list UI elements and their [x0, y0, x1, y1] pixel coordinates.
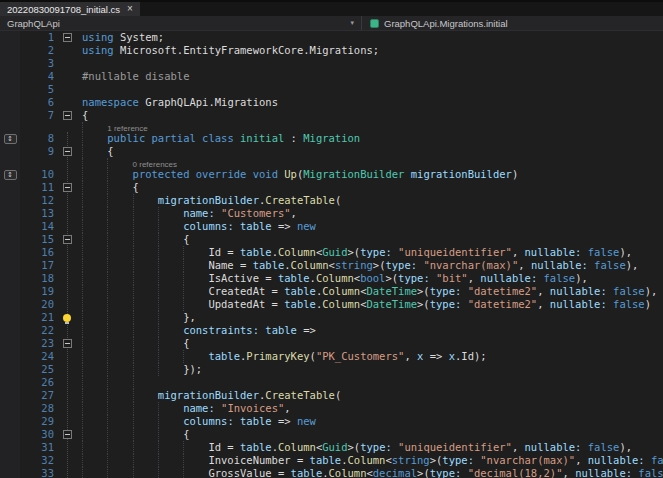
- code-token: {: [183, 337, 189, 349]
- indent-guide: [158, 402, 183, 415]
- code-token: ): [512, 168, 518, 180]
- line-number: 21: [20, 311, 58, 324]
- code-token: type:: [442, 454, 474, 466]
- indent-guide: [183, 285, 208, 298]
- code-line[interactable]: 22constraints: table =>: [0, 324, 663, 337]
- indicator-margin: [0, 233, 20, 246]
- line-number: 24: [20, 350, 58, 363]
- code-line[interactable]: 4#nullable disable: [0, 70, 663, 83]
- code-token: GrossValue =: [208, 467, 290, 478]
- code-token: Column: [278, 246, 316, 258]
- indicator-margin: [0, 454, 20, 467]
- indent-guide: [133, 350, 158, 363]
- code-token: table: [259, 324, 297, 336]
- indent-guide: [82, 337, 107, 350]
- code-token: false: [607, 285, 645, 297]
- fold-toggle-icon[interactable]: [63, 339, 72, 348]
- code-line[interactable]: 24table.PrimaryKey("PK_Customers", x => …: [0, 350, 663, 363]
- lightbulb-icon[interactable]: [63, 314, 71, 322]
- close-icon[interactable]: ×: [127, 4, 133, 14]
- fold-toggle-icon[interactable]: [63, 430, 72, 439]
- indent-guide: [82, 220, 107, 233]
- code-token: using: [82, 31, 114, 43]
- indent-guide: [158, 272, 183, 285]
- code-token: System;: [114, 31, 165, 43]
- indent-guide: [133, 285, 158, 298]
- code-text: UpdatedAt = table.Column<DateTime>(type:…: [76, 298, 663, 311]
- indent-guide: [82, 298, 107, 311]
- fold-toggle-icon[interactable]: [63, 33, 72, 42]
- indicator-margin: [0, 96, 20, 109]
- line-number: 26: [20, 376, 58, 389]
- code-line[interactable]: 33GrossValue = table.Column<decimal>(typ…: [0, 467, 663, 478]
- code-line[interactable]: 32InvoiceNumber = table.Column<string>(t…: [0, 454, 663, 467]
- line-number: 10: [20, 168, 58, 181]
- project-dropdown[interactable]: GraphQLApi ▾: [0, 16, 362, 30]
- code-token: =>: [272, 220, 297, 232]
- code-line[interactable]: 31Id = table.Column<Guid>(type: "uniquei…: [0, 441, 663, 454]
- code-line[interactable]: 3: [0, 57, 663, 70]
- code-line[interactable]: 9{: [0, 145, 663, 158]
- code-line[interactable]: 23{: [0, 337, 663, 350]
- code-token: ,: [284, 402, 290, 414]
- code-token: #nullable disable: [82, 70, 189, 82]
- fold-toggle-icon[interactable]: [63, 183, 72, 192]
- indent-guide: [133, 389, 158, 402]
- indent-guide: [82, 246, 107, 259]
- code-line[interactable]: 26: [0, 376, 663, 389]
- codelens-row[interactable]: 0 references: [0, 158, 663, 168]
- code-text: Name = table.Column<string>(type: "nvarc…: [76, 259, 663, 272]
- code-line[interactable]: 13name: "Customers",: [0, 207, 663, 220]
- indent-guide: [107, 233, 132, 246]
- code-line[interactable]: 15{: [0, 233, 663, 246]
- inheritance-margin-icon[interactable]: ↕: [4, 170, 17, 180]
- code-line[interactable]: 16Id = table.Column<Guid>(type: "uniquei…: [0, 246, 663, 259]
- codelens-link[interactable]: 0 references: [133, 160, 177, 168]
- editor-tab[interactable]: 20220830091708_initial.cs ×: [0, 2, 140, 16]
- code-line[interactable]: 2using Microsoft.EntityFrameworkCore.Mig…: [0, 44, 663, 57]
- code-line[interactable]: 21},: [0, 311, 663, 324]
- code-line[interactable]: 30{: [0, 428, 663, 441]
- indent-guide: [158, 233, 183, 246]
- code-token: false: [581, 246, 619, 258]
- code-line[interactable]: 27migrationBuilder.CreateTable(: [0, 389, 663, 402]
- code-line[interactable]: 18IsActive = table.Column<bool>(type: "b…: [0, 272, 663, 285]
- code-token: UpdatedAt =: [208, 298, 284, 310]
- indicator-margin: [0, 122, 20, 132]
- code-line[interactable]: ↕10protected override void Up(MigrationB…: [0, 168, 663, 181]
- indent-guide: [107, 415, 132, 428]
- indent-guide: [82, 194, 107, 207]
- code-line[interactable]: 25});: [0, 363, 663, 376]
- type-dropdown[interactable]: GraphQLApi.Migrations.initial: [362, 16, 663, 30]
- code-line[interactable]: 29columns: table => new: [0, 415, 663, 428]
- indent-guide: [82, 376, 107, 389]
- codelens-row[interactable]: 1 reference: [0, 122, 663, 132]
- code-token: migrationBuilder: [404, 168, 511, 180]
- code-line[interactable]: 28name: "Invoices",: [0, 402, 663, 415]
- fold-toggle-icon[interactable]: [63, 111, 72, 120]
- fold-toggle-icon[interactable]: [63, 147, 72, 156]
- code-token: {: [183, 233, 189, 245]
- codelens-link[interactable]: 1 reference: [107, 124, 147, 132]
- code-line[interactable]: 17Name = table.Column<string>(type: "nva…: [0, 259, 663, 272]
- code-line[interactable]: 5: [0, 83, 663, 96]
- code-token: table: [278, 272, 310, 284]
- code-line[interactable]: 6namespace GraphQLApi.Migrations: [0, 96, 663, 109]
- code-token: ),: [645, 285, 658, 297]
- code-line[interactable]: 14columns: table => new: [0, 220, 663, 233]
- code-editor[interactable]: 1using System;2using Microsoft.EntityFra…: [0, 31, 663, 478]
- code-line[interactable]: 19CreatedAt = table.Column<DateTime>(typ…: [0, 285, 663, 298]
- code-token: ),: [619, 246, 632, 258]
- code-token: ,: [512, 441, 525, 453]
- code-line[interactable]: ↕8public partial class initial : Migrati…: [0, 132, 663, 145]
- code-line[interactable]: 12migrationBuilder.CreateTable(: [0, 194, 663, 207]
- code-line[interactable]: 7{: [0, 109, 663, 122]
- indent-guide: [183, 350, 208, 363]
- type-path: GraphQLApi.Migrations.initial: [384, 18, 508, 29]
- inheritance-margin-icon[interactable]: ↕: [4, 134, 17, 144]
- fold-toggle-icon[interactable]: [63, 235, 72, 244]
- code-token: >(: [430, 454, 443, 466]
- code-line[interactable]: 20UpdatedAt = table.Column<DateTime>(typ…: [0, 298, 663, 311]
- code-line[interactable]: 11{: [0, 181, 663, 194]
- code-line[interactable]: 1using System;: [0, 31, 663, 44]
